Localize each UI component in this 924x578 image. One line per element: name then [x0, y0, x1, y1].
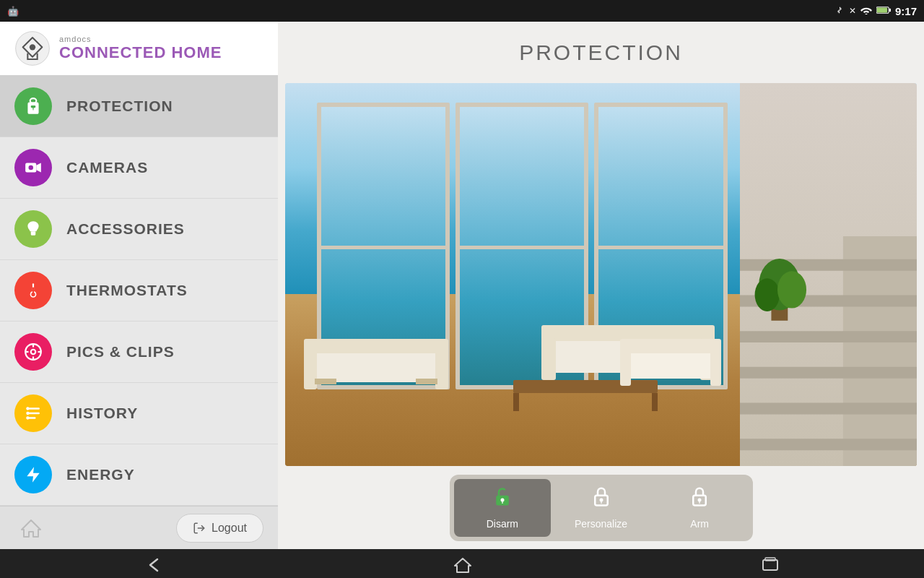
protection-label: PROTECTION [66, 98, 173, 115]
svg-rect-2 [889, 8, 891, 11]
nav-items: PROTECTION CAMERAS [0, 76, 278, 506]
logout-label: Logout [212, 522, 247, 535]
content-header: PROTECTION [278, 22, 924, 83]
sidebar-item-history[interactable]: HISTORY [0, 383, 278, 444]
sidebar-item-accessories[interactable]: ACCESSORIES [0, 199, 278, 260]
accessories-label: ACCESSORIES [66, 220, 185, 238]
battery-icon [876, 6, 891, 17]
armchair [620, 332, 721, 389]
svg-rect-1 [877, 7, 887, 12]
history-label: HISTORY [66, 405, 138, 422]
bluetooth-icon [834, 5, 845, 17]
svg-rect-33 [843, 236, 917, 466]
sidebar-item-cameras[interactable]: CAMERAS [0, 137, 278, 199]
sidebar-footer: Logout [0, 506, 278, 549]
thermostats-label: THERMOSTATS [66, 282, 188, 299]
svg-marker-12 [36, 163, 41, 173]
accessories-icon [14, 210, 52, 248]
svg-point-16 [31, 293, 35, 296]
personalize-button[interactable]: Personalize [552, 479, 650, 537]
back-button[interactable] [134, 553, 175, 578]
control-panel: Disarm Personalize [278, 466, 924, 549]
time-display: 9:17 [895, 5, 917, 17]
svg-point-4 [30, 44, 35, 50]
personalize-icon [590, 486, 612, 512]
svg-rect-49 [416, 379, 437, 384]
sidebar-item-protection[interactable]: PROTECTION [0, 76, 278, 137]
wifi-icon [860, 6, 872, 17]
logo-main: CONNECTED HOME [59, 43, 222, 62]
personalize-label: Personalize [575, 518, 627, 530]
svg-rect-17 [32, 288, 34, 293]
protection-icon [14, 87, 52, 125]
logout-button[interactable]: Logout [176, 514, 263, 543]
status-bar-right: ✕ 9:17 [834, 5, 917, 17]
svg-marker-31 [27, 467, 39, 483]
main-container: amdocs CONNECTED HOME [0, 22, 924, 549]
svg-rect-58 [620, 339, 721, 353]
cameras-label: CAMERAS [66, 159, 148, 176]
svg-rect-52 [541, 338, 556, 380]
logo-purple-text: HOME [171, 43, 222, 61]
svg-point-29 [26, 412, 29, 415]
svg-rect-69 [699, 501, 700, 504]
logo-brand: amdocs [59, 35, 222, 43]
thermostats-icon [14, 272, 52, 309]
svg-rect-63 [502, 501, 502, 504]
bottom-nav-bar [0, 549, 924, 578]
status-bar-left: 🤖 [7, 6, 19, 17]
svg-marker-70 [455, 558, 471, 572]
disarm-label: Disarm [487, 518, 518, 530]
logo-black-text: CONNECTED [59, 43, 171, 61]
room-image [285, 83, 917, 466]
svg-rect-13 [31, 232, 36, 236]
svg-rect-57 [620, 350, 721, 379]
history-icon [14, 394, 52, 432]
right-wall [740, 83, 917, 466]
sofa-left [304, 332, 448, 389]
sidebar-item-thermostats[interactable]: THERMOSTATS [0, 260, 278, 322]
recents-button[interactable] [750, 553, 790, 578]
sidebar: amdocs CONNECTED HOME [0, 22, 278, 549]
svg-rect-45 [304, 339, 448, 353]
arm-icon [689, 486, 710, 512]
svg-rect-66 [601, 501, 601, 504]
arm-label: Arm [690, 518, 709, 530]
sidebar-header: amdocs CONNECTED HOME [0, 22, 278, 76]
svg-rect-48 [315, 379, 336, 384]
control-buttons-group: Disarm Personalize [450, 475, 753, 541]
sidebar-item-pics-clips[interactable]: PICS & CLIPS [0, 322, 278, 383]
svg-point-20 [32, 350, 35, 353]
status-bar: 🤖 ✕ 9:17 [0, 0, 924, 22]
svg-rect-44 [304, 350, 448, 382]
svg-point-43 [777, 271, 806, 308]
svg-point-11 [29, 165, 34, 171]
svg-rect-9 [32, 108, 33, 111]
svg-point-30 [26, 417, 29, 420]
logo-text: amdocs CONNECTED HOME [59, 35, 222, 62]
pics-clips-icon [14, 333, 52, 371]
app-logo-icon [14, 30, 51, 66]
signal-icon: ✕ [849, 6, 856, 16]
arm-button[interactable]: Arm [651, 479, 749, 537]
pics-clips-label: PICS & CLIPS [66, 343, 175, 361]
svg-rect-56 [652, 393, 658, 411]
svg-rect-60 [710, 350, 721, 386]
home-nav-button[interactable] [443, 553, 483, 578]
main-content: PROTECTION [278, 22, 924, 549]
disarm-button[interactable]: Disarm [454, 479, 552, 537]
room-scene [285, 83, 917, 466]
energy-label: ENERGY [66, 466, 135, 483]
android-icon: 🤖 [7, 6, 19, 17]
cameras-icon [14, 149, 52, 186]
svg-rect-71 [763, 560, 777, 570]
svg-point-28 [26, 407, 29, 410]
energy-icon [14, 456, 52, 493]
home-button[interactable] [14, 512, 47, 544]
svg-rect-59 [620, 350, 631, 386]
svg-point-42 [755, 278, 780, 311]
disarm-icon [492, 486, 513, 512]
content-title: PROTECTION [519, 40, 683, 65]
sidebar-item-energy[interactable]: ENERGY [0, 444, 278, 506]
svg-rect-55 [513, 393, 519, 411]
